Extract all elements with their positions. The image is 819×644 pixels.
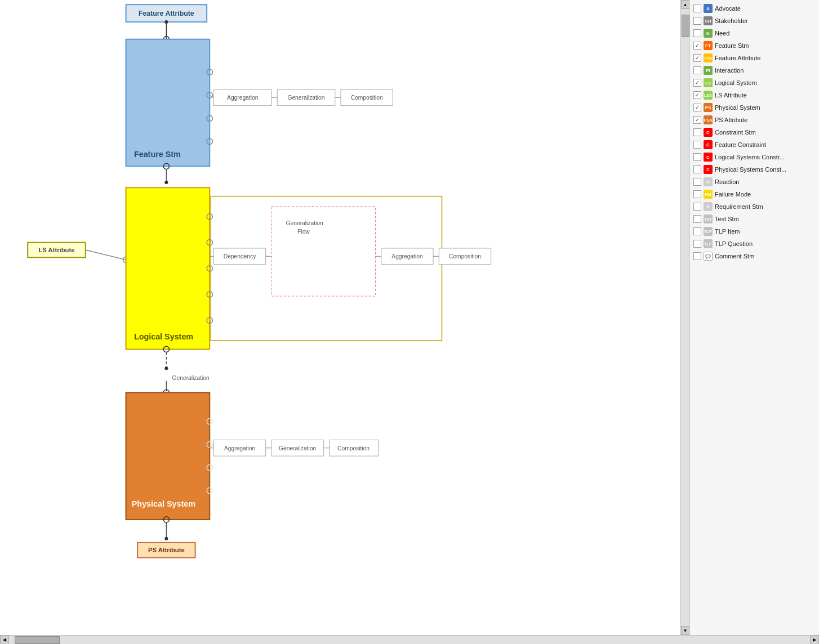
panel-item-need[interactable]: NNeed <box>690 27 819 39</box>
checkbox-ps_attribute[interactable] <box>693 116 701 124</box>
label-need: Need <box>715 30 729 37</box>
badge-failure_mode: FM <box>704 190 713 199</box>
panel-item-advocate[interactable]: AAdvocate <box>690 2 819 15</box>
badge-constraint_stm: C <box>704 128 713 137</box>
badge-comment_stm: 💬 <box>704 252 713 261</box>
scroll-left-button[interactable]: ◀ <box>0 636 9 645</box>
checkbox-failure_mode[interactable] <box>693 190 701 198</box>
scroll-down-button[interactable]: ▼ <box>681 626 690 635</box>
label-reaction: Reaction <box>715 178 739 185</box>
svg-text:Composition: Composition <box>337 445 370 451</box>
panel-item-logical_systems_constr[interactable]: CLogical Systems Constr... <box>690 151 819 163</box>
label-logical_system: Logical System <box>715 79 757 86</box>
checkbox-need[interactable] <box>693 29 701 37</box>
checkbox-tlp_question[interactable] <box>693 240 701 248</box>
panel-item-stakeholder[interactable]: SHStakeholder <box>690 15 819 27</box>
svg-text:Generalization: Generalization <box>172 375 210 381</box>
panel-item-feature_constraint[interactable]: CFeature Constraint <box>690 138 819 151</box>
svg-rect-34 <box>211 196 442 341</box>
badge-physical_systems_const: C <box>704 165 713 174</box>
scroll-track-vertical[interactable] <box>681 9 690 626</box>
checkbox-feature_stm[interactable] <box>693 42 701 50</box>
svg-rect-27 <box>126 187 210 349</box>
checkbox-physical_system[interactable] <box>693 104 701 111</box>
badge-interaction: FI <box>704 66 713 75</box>
panel-item-feature_attribute[interactable]: FTAFeature Attribute <box>690 52 819 64</box>
svg-point-3 <box>164 20 168 24</box>
label-requirement_stm: Requirement Stm <box>715 203 763 210</box>
badge-feature_constraint: C <box>704 140 713 149</box>
panel-item-failure_mode[interactable]: FMFailure Mode <box>690 188 819 200</box>
badge-reaction: R <box>704 177 713 186</box>
svg-text:Generalization: Generalization <box>287 95 324 101</box>
label-comment_stm: Comment Stm <box>715 253 754 260</box>
checkbox-ls_attribute[interactable] <box>693 91 701 99</box>
badge-tlp_question: TLP <box>704 239 713 248</box>
label-interaction: Interaction <box>715 67 744 74</box>
checkbox-requirement_stm[interactable] <box>693 203 701 211</box>
panel-item-constraint_stm[interactable]: CConstraint Stm <box>690 126 819 138</box>
svg-text:Physical System: Physical System <box>132 499 195 508</box>
scroll-right-button[interactable]: ▶ <box>810 636 819 645</box>
label-ps_attribute: PS Attribute <box>715 117 747 123</box>
panel-item-interaction[interactable]: FIInteraction <box>690 64 819 77</box>
checkbox-stakeholder[interactable] <box>693 17 701 25</box>
label-stakeholder: Stakeholder <box>715 17 748 24</box>
badge-test_stm: TST <box>704 214 713 223</box>
checkbox-logical_system[interactable] <box>693 79 701 87</box>
vertical-scrollbar[interactable]: ▲ ▼ <box>680 0 689 635</box>
scroll-thumb-horizontal[interactable] <box>15 636 60 644</box>
badge-ls_attribute: LSA <box>704 91 713 100</box>
panel-item-physical_systems_const[interactable]: CPhysical Systems Const... <box>690 163 819 176</box>
diagram-canvas-area[interactable]: Feature Attribute Feature Stm Aggregatio… <box>0 0 680 635</box>
panel-item-tlp_item[interactable]: TLPTLP Item <box>690 225 819 238</box>
panel-item-ls_attribute[interactable]: LSALS Attribute <box>690 89 819 101</box>
checkbox-test_stm[interactable] <box>693 215 701 223</box>
diagram-svg: Feature Attribute Feature Stm Aggregatio… <box>0 0 680 635</box>
scroll-up-button[interactable]: ▲ <box>681 0 690 9</box>
checkbox-constraint_stm[interactable] <box>693 128 701 136</box>
checkbox-tlp_item[interactable] <box>693 227 701 235</box>
svg-text:Logical System: Logical System <box>134 332 193 341</box>
horizontal-scrollbar[interactable]: ◀ ▶ <box>0 635 819 644</box>
scroll-thumb-vertical[interactable] <box>682 15 689 37</box>
label-logical_systems_constr: Logical Systems Constr... <box>715 154 785 160</box>
svg-text:Aggregation: Aggregation <box>227 95 259 101</box>
svg-point-71 <box>164 537 168 540</box>
checkbox-feature_constraint[interactable] <box>693 141 701 149</box>
checkbox-comment_stm[interactable] <box>693 252 701 260</box>
checkbox-interaction[interactable] <box>693 66 701 74</box>
svg-text:Generalization: Generalization <box>286 220 323 226</box>
checkbox-logical_systems_constr[interactable] <box>693 153 701 161</box>
svg-text:Feature Stm: Feature Stm <box>134 150 181 159</box>
panel-item-ps_attribute[interactable]: PSAPS Attribute <box>690 114 819 126</box>
svg-line-25 <box>86 250 126 260</box>
label-tlp_item: TLP Item <box>715 228 740 235</box>
label-test_stm: Test Stm <box>715 216 739 222</box>
svg-text:Feature Attribute: Feature Attribute <box>139 10 194 17</box>
panel-item-logical_system[interactable]: LSLogical System <box>690 77 819 89</box>
panel-item-reaction[interactable]: RReaction <box>690 176 819 188</box>
badge-ps_attribute: PSA <box>704 115 713 124</box>
checkbox-reaction[interactable] <box>693 178 701 186</box>
badge-logical_system: LS <box>704 78 713 87</box>
checkbox-advocate[interactable] <box>693 5 701 12</box>
checkbox-feature_attribute[interactable] <box>693 54 701 62</box>
badge-tlp_item: TLP <box>704 227 713 236</box>
svg-rect-5 <box>126 39 210 167</box>
scroll-track-horizontal[interactable] <box>9 636 810 645</box>
panel-item-test_stm[interactable]: TSTTest Stm <box>690 213 819 225</box>
label-feature_attribute: Feature Attribute <box>715 55 760 61</box>
panel-item-physical_system[interactable]: PSPhysical System <box>690 101 819 114</box>
panel-item-tlp_question[interactable]: TLPTLP Question <box>690 238 819 250</box>
panel-item-feature_stm[interactable]: FTFeature Stm <box>690 39 819 52</box>
svg-text:Dependency: Dependency <box>224 253 256 260</box>
checkbox-physical_systems_const[interactable] <box>693 166 701 173</box>
panel-item-requirement_stm[interactable]: RRequirement Stm <box>690 200 819 213</box>
badge-logical_systems_constr: C <box>704 153 713 162</box>
label-tlp_question: TLP Question <box>715 240 753 247</box>
panel-item-comment_stm[interactable]: 💬Comment Stm <box>690 250 819 262</box>
svg-text:Flow: Flow <box>297 229 310 235</box>
svg-text:Composition: Composition <box>449 253 481 260</box>
label-feature_constraint: Feature Constraint <box>715 141 766 148</box>
